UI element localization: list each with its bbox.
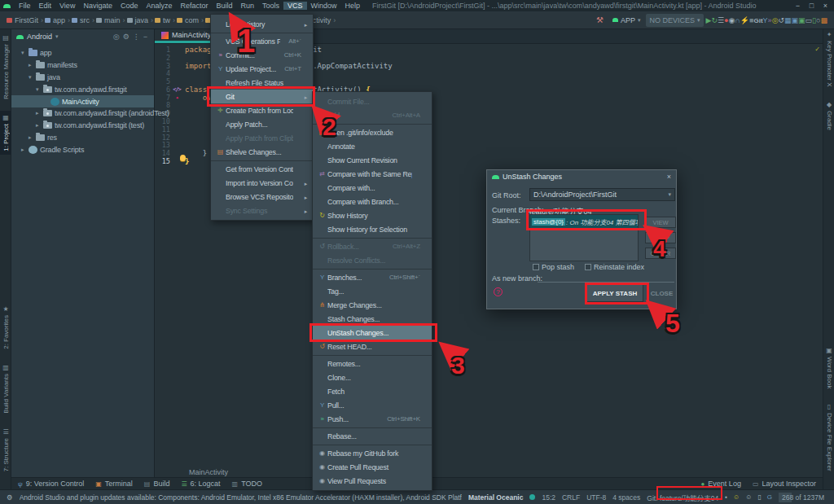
apply-stash-button[interactable]: APPLY STASH <box>586 284 643 302</box>
git-compare-with[interactable]: Compare with... <box>313 181 432 195</box>
toolwindow-logcat[interactable]: ☰6: Logcat <box>181 480 220 488</box>
menu-git[interactable]: Git <box>211 90 313 103</box>
toolwindow-build[interactable]: ▤Build <box>144 480 170 488</box>
git-branch-widget[interactable]: Git: feature/功能分支04 <box>647 493 718 502</box>
git-compare-branch[interactable]: Compare with Branch... <box>313 195 432 208</box>
lock-icon[interactable]: ▪ <box>725 493 727 501</box>
git-merge-changes[interactable]: ⋔Merge Changes... <box>313 298 432 312</box>
breadcrumb-item[interactable]: app <box>45 16 70 24</box>
pop-stash-checkbox[interactable]: Pop stash <box>533 263 574 271</box>
git-stash-changes[interactable]: Stash Changes... <box>313 312 432 326</box>
apply-changes-icon[interactable]: ↻ <box>711 16 718 24</box>
tree-item-mainactivity[interactable]: MainActivity <box>11 95 154 107</box>
close-button[interactable]: × <box>819 2 832 10</box>
expand-arrow-icon[interactable] <box>36 122 43 129</box>
sdk-manager-icon[interactable]: ▩ <box>820 16 827 24</box>
breadcrumb-item[interactable]: main <box>96 16 125 24</box>
strip-gradle[interactable]: ◆Gradle <box>823 98 834 134</box>
git-pull[interactable]: YPull... <box>313 398 432 412</box>
tree-item-package-test[interactable]: tw.com.andyawd.firstgit (test) <box>11 120 154 132</box>
device-manager-icon[interactable]: ▭ <box>805 16 813 24</box>
git-fetch[interactable]: Fetch <box>313 384 432 398</box>
menubar-item[interactable]: Code <box>116 2 143 10</box>
terminal-icon[interactable]: ▣ <box>798 16 805 24</box>
maximize-button[interactable]: □ <box>805 2 819 10</box>
git-unstash-changes[interactable]: UnStash Changes... <box>313 326 432 340</box>
git-create-pull-request[interactable]: ◉Create Pull Request <box>313 460 432 474</box>
strip-build-variants[interactable]: ▥Build Variants <box>0 361 11 417</box>
breadcrumb-item[interactable]: tw <box>155 16 175 24</box>
reinstate-index-checkbox[interactable]: Reinstate index <box>585 263 644 271</box>
build-hammer-icon[interactable]: ⚒ <box>596 15 604 24</box>
menubar-item[interactable]: Build <box>212 2 236 10</box>
line-ending-widget[interactable]: CRLF <box>562 493 580 502</box>
git-annotate[interactable]: Annotate <box>313 139 432 153</box>
smiley2-icon[interactable]: ☺ <box>745 493 752 501</box>
tree-item-res[interactable]: res <box>11 132 154 144</box>
git-show-history[interactable]: ↻Show History <box>313 208 432 222</box>
indent-widget[interactable]: 4 spaces <box>612 493 640 502</box>
run-config-icon[interactable]: ☰ <box>718 16 724 24</box>
strip-device-file-explorer[interactable]: ▯Device File Explorer <box>823 400 834 475</box>
gutter-icon[interactable]: </> <box>172 86 182 93</box>
strip-key-promoter[interactable]: ✦Key Promoter X <box>823 28 834 90</box>
locate-file-icon[interactable]: ◎ <box>112 33 121 41</box>
google-icon[interactable]: G <box>767 493 772 501</box>
git-commit-file[interactable]: Commit File... <box>313 94 432 108</box>
gutter-icon[interactable]: ✦ <box>172 94 182 101</box>
menubar-item[interactable]: VCS <box>283 2 307 10</box>
menu-apply-patch-clipboard[interactable]: Apply Patch from Clipboard... <box>211 131 313 145</box>
git-view-pull-requests[interactable]: ◉View Pull Requests <box>313 474 432 488</box>
menu-update-project[interactable]: YUpdate Project...Ctrl+T <box>211 62 313 76</box>
strip-favorites[interactable]: ★2: Favorites <box>0 302 11 353</box>
breadcrumb-item[interactable]: com <box>177 16 204 24</box>
help-icon[interactable]: ? <box>494 287 503 296</box>
device-select[interactable]: NO DEVICES▾ <box>646 14 703 27</box>
menu-browse-vcs-repo[interactable]: Browse VCS Repository <box>211 190 313 204</box>
expand-arrow-icon[interactable] <box>36 86 43 93</box>
status-message[interactable]: Android Studio and plugin updates availa… <box>20 493 462 502</box>
stash-row-selected[interactable]: stash@{0}: On 功能分支04 第四個功能寫到一半 <box>530 215 638 229</box>
menu-apply-patch[interactable]: Apply Patch... <box>211 117 313 131</box>
strip-word-book[interactable]: ▣Word Book <box>823 344 834 392</box>
git-compare-same-repo[interactable]: ⇄Compare with the Same Repository Versio… <box>313 167 432 181</box>
device-status-icon[interactable]: ▯ <box>757 493 761 501</box>
git-tag[interactable]: Tag... <box>313 284 432 298</box>
menu-sync-settings[interactable]: Sync Settings <box>211 204 313 217</box>
menu-refresh-file-status[interactable]: Refresh File Status <box>211 76 313 90</box>
toolwindow-todo[interactable]: ▥TODO <box>232 480 262 488</box>
layout-grid-icon[interactable]: ▦ <box>784 16 792 24</box>
git-show-current-revision[interactable]: Show Current Revision <box>313 153 432 167</box>
dialog-close-icon[interactable]: × <box>667 173 671 181</box>
menubar-item[interactable]: Help <box>341 2 365 10</box>
view-button[interactable]: VIEW <box>645 217 676 228</box>
run-config-select[interactable]: APP▾ <box>609 14 644 27</box>
update-gear-icon[interactable]: ⚙ <box>7 493 13 502</box>
toolwindow-version-control[interactable]: ψ9: Version Control <box>18 480 84 488</box>
tree-item-java[interactable]: java <box>11 72 154 84</box>
expand-arrow-icon[interactable] <box>29 62 36 68</box>
history-icon[interactable]: ↺ <box>778 16 784 24</box>
strip-resource-manager[interactable]: ▤Resource Manager <box>0 31 11 103</box>
menu-shelve-changes[interactable]: ▤Shelve Changes... <box>211 145 313 159</box>
event-log-button[interactable]: ●Event Log <box>701 480 741 488</box>
translate-icon[interactable]: ▣ <box>792 16 799 24</box>
menubar-item[interactable]: File <box>15 2 35 10</box>
expand-arrow-icon[interactable] <box>36 110 43 116</box>
inspections-status-icon[interactable]: ✓ <box>814 46 820 53</box>
expand-arrow-icon[interactable] <box>29 74 36 81</box>
git-rebase[interactable]: Rebase... <box>313 429 432 443</box>
breadcrumb-item[interactable]: FirstGit <box>7 16 43 24</box>
smiley-icon[interactable]: ☺ <box>733 493 740 501</box>
expand-arrow-icon[interactable] <box>21 50 29 56</box>
tree-item-gradle-scripts[interactable]: Gradle Scripts <box>11 143 154 156</box>
menubar-item[interactable]: Navigate <box>79 2 116 10</box>
panel-options-icon[interactable]: ⋮ <box>131 33 142 41</box>
menu-vcs-operations[interactable]: VCS Operations Popup...Alt+` <box>211 34 313 48</box>
git-push[interactable]: »Push...Ctrl+Shift+K <box>313 412 432 426</box>
git-resolve-conflicts[interactable]: Resolve Conflicts... <box>313 253 432 267</box>
menu-local-history[interactable]: Local History <box>211 17 313 31</box>
git-show-history-selection[interactable]: Show History for Selection <box>313 222 432 236</box>
caret-position-widget[interactable]: 15:2 <box>542 493 555 502</box>
git-branches[interactable]: YBranches...Ctrl+Shift+` <box>313 270 432 284</box>
